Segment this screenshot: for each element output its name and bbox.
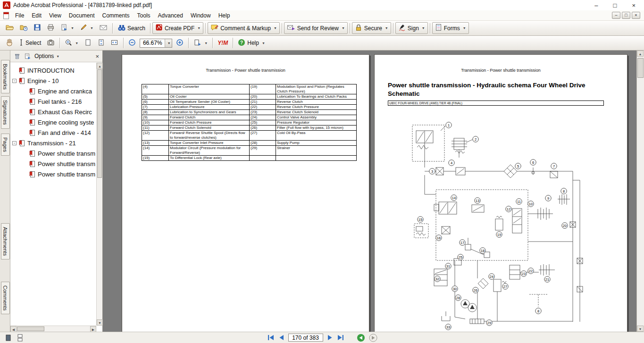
menu-tools[interactable]: Tools — [134, 11, 154, 20]
save-button[interactable] — [31, 22, 44, 34]
select-tool-button[interactable]: Select — [16, 37, 44, 49]
menu-document[interactable]: Document — [65, 11, 99, 20]
next-view-button[interactable] — [369, 334, 377, 342]
snapshot-tool-button[interactable] — [44, 37, 58, 49]
toolbar-separator — [123, 38, 124, 48]
bookmark-item[interactable]: Engine and crankca — [10, 86, 96, 96]
bookmark-item[interactable]: Power shuttle transm — [10, 169, 96, 179]
mdi-restore-button[interactable]: □ — [622, 12, 630, 19]
pen-markup-button[interactable]: ▼ — [77, 22, 96, 34]
forms-button[interactable]: Forms ▼ — [432, 22, 469, 34]
scroll-thumb[interactable] — [637, 58, 644, 78]
secure-button[interactable]: Secure ▼ — [352, 22, 391, 34]
section-title: Power shuttle transmission - Hydraulic s… — [388, 81, 601, 98]
menu-file[interactable]: File — [11, 11, 28, 20]
bookmark-item[interactable]: -Transmission - 21 — [10, 138, 96, 148]
single-page-view-button[interactable] — [3, 334, 13, 342]
chevron-down-icon: ▼ — [167, 42, 171, 45]
sidebar-tab-comments[interactable]: Comments — [1, 282, 10, 314]
export-button[interactable]: ▼ — [58, 22, 77, 34]
scroll-down-arrow[interactable]: ▼ — [637, 326, 644, 332]
maximize-button[interactable]: □ — [613, 2, 617, 9]
yim-button[interactable]: Y!M — [215, 37, 231, 49]
actual-size-button[interactable] — [81, 37, 94, 49]
email-button[interactable] — [96, 22, 110, 34]
mdi-minimize-button[interactable]: – — [612, 12, 620, 19]
first-page-button[interactable] — [267, 335, 275, 341]
zoom-out-button[interactable] — [125, 37, 139, 49]
bookmark-item[interactable]: Power shuttle transm — [10, 148, 96, 159]
search-button[interactable]: Search — [115, 22, 148, 34]
secure-label: Secure — [364, 25, 382, 32]
schematic-callout: 7 — [551, 163, 557, 169]
menubar-items: FileEditViewDocumentCommentsToolsAdvance… — [11, 11, 234, 20]
scroll-down-arrow[interactable]: ▼ — [97, 319, 103, 326]
bookmark-item[interactable]: Fuel tanks - 216 — [10, 96, 96, 107]
zoom-in-icon — [176, 39, 184, 48]
collapse-bookmark-icon[interactable]: - — [12, 141, 17, 145]
organizer-button[interactable] — [17, 22, 31, 34]
menu-help[interactable]: Help — [215, 11, 234, 20]
menu-comments[interactable]: Comments — [99, 11, 134, 20]
hand-tool-button[interactable] — [2, 37, 16, 49]
trash-icon[interactable] — [14, 53, 21, 60]
sidebar-tab-attachments[interactable]: Attachments — [1, 223, 10, 259]
sidebar-tab-pages[interactable]: Pages — [1, 134, 10, 156]
menu-edit[interactable]: Edit — [28, 11, 45, 20]
zoom-in-button[interactable] — [173, 37, 186, 49]
menu-advanced[interactable]: Advanced — [154, 11, 187, 20]
svg-text:1: 1 — [448, 123, 450, 127]
fit-page-button[interactable] — [94, 37, 108, 49]
open-file-button[interactable] — [2, 22, 17, 34]
menu-window[interactable]: Window — [187, 11, 215, 20]
panel-horizontal-scrollbar[interactable]: ◀ ▶ — [10, 326, 96, 332]
bookmark-icon — [29, 150, 35, 157]
zoom-dropdown-button[interactable]: ▼ — [165, 39, 172, 47]
collapse-bookmark-icon[interactable]: - — [12, 79, 17, 83]
bookmark-item[interactable]: Engine cooling syste — [10, 117, 96, 127]
create-pdf-button[interactable]: Create PDF ▼ — [152, 22, 203, 34]
sign-button[interactable]: Sign ▼ — [395, 22, 428, 34]
previous-page-button[interactable] — [278, 335, 284, 341]
scroll-thumb[interactable] — [97, 69, 102, 178]
scroll-up-arrow[interactable]: ▲ — [637, 50, 644, 57]
comment-markup-button[interactable]: Comment & Markup ▼ — [208, 22, 280, 34]
svg-text:7: 7 — [553, 164, 555, 168]
zoom-level-input[interactable] — [140, 39, 165, 47]
sidebar-tab-signatures[interactable]: Signatures — [1, 96, 10, 129]
continuous-view-button[interactable] — [15, 334, 25, 342]
bookmark-item[interactable]: -Engine - 10 — [10, 75, 96, 86]
menu-view[interactable]: View — [45, 11, 65, 20]
scroll-up-arrow[interactable]: ▲ — [97, 63, 103, 69]
scroll-thumb[interactable] — [17, 326, 44, 331]
bookmark-item[interactable]: Power shuttle transm — [10, 159, 96, 169]
next-page-button[interactable] — [327, 335, 333, 341]
page-indicator-input[interactable] — [288, 334, 323, 342]
previous-view-button[interactable] — [357, 334, 365, 342]
table-row: (7)Lubrication Pressure(22)Reverse Clutc… — [142, 105, 357, 110]
page-display-button[interactable]: ▼ — [191, 37, 210, 49]
last-page-button[interactable] — [337, 335, 344, 341]
svg-text:19: 19 — [497, 233, 501, 237]
panel-vertical-scrollbar[interactable]: ▲ ▼ — [96, 63, 102, 326]
fit-width-button[interactable] — [108, 37, 121, 49]
expand-bookmark-icon[interactable] — [24, 53, 31, 60]
schematic-callout: 10 — [528, 201, 534, 207]
bookmark-item[interactable]: Exhaust Gas Recirc — [10, 107, 96, 117]
panel-close-button[interactable]: × — [95, 53, 99, 60]
bookmark-item[interactable]: INTRODUCTION — [10, 65, 96, 75]
bookmark-item[interactable]: Fan and drive - 414 — [10, 127, 96, 138]
close-button[interactable]: × — [632, 2, 636, 9]
options-button[interactable]: Options ▼ — [34, 53, 59, 59]
help-button[interactable]: ? Help ▼ — [235, 37, 268, 49]
minimize-button[interactable]: – — [594, 2, 598, 9]
zoom-tool-button[interactable]: ▼ — [62, 37, 81, 49]
send-review-icon — [287, 24, 295, 33]
document-vertical-scrollbar[interactable]: ▲ ▼ — [636, 50, 644, 332]
sidebar-tab-bookmarks[interactable]: Bookmarks — [1, 60, 10, 93]
svg-text:17: 17 — [460, 241, 464, 245]
document-area[interactable]: Transmission - Power shuttle transmissio… — [103, 50, 636, 332]
send-for-review-button[interactable]: Send for Review ▼ — [284, 22, 348, 34]
mdi-close-button[interactable]: × — [632, 12, 640, 19]
print-button[interactable] — [44, 22, 58, 34]
